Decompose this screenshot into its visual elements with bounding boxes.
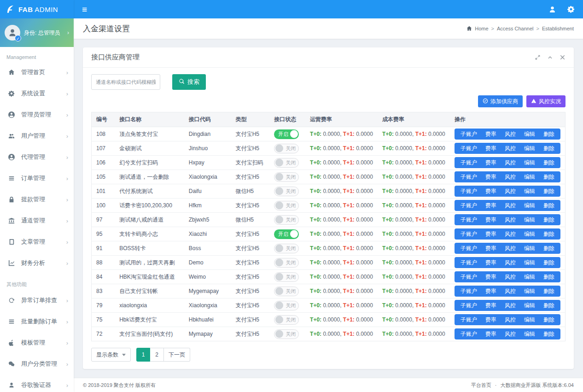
status-toggle[interactable]: 关闭 — [274, 315, 299, 325]
status-toggle[interactable]: 关闭 — [274, 301, 299, 310]
user-panel[interactable]: ✓ 身份: 总管理员 › — [0, 18, 74, 47]
search-button[interactable]: 搜索 — [172, 74, 206, 90]
action-rate-button[interactable]: 费率 — [481, 228, 501, 240]
status-toggle[interactable]: 关闭 — [274, 172, 299, 182]
page-button-1[interactable]: 1 — [136, 348, 150, 362]
action-edit-button[interactable]: 编辑 — [520, 214, 539, 225]
action-edit-button[interactable]: 编辑 — [520, 143, 539, 154]
status-toggle[interactable]: 关闭 — [274, 258, 299, 268]
status-toggle[interactable]: 关闭 — [274, 201, 299, 211]
collapse-icon[interactable] — [547, 54, 553, 60]
action-edit-button[interactable]: 编辑 — [520, 243, 539, 254]
breadcrumb-section[interactable]: Access Channel — [497, 26, 534, 31]
action-rate-button[interactable]: 费率 — [481, 200, 501, 211]
risk-live-button[interactable]: 风控实况 — [526, 95, 566, 107]
action-delete-button[interactable]: 删除 — [539, 157, 559, 168]
expand-icon[interactable] — [535, 54, 541, 60]
action-subaccount-button[interactable]: 子账户 — [456, 271, 481, 282]
sidebar-item-finance-analysis[interactable]: 财务分析› — [0, 252, 74, 274]
sidebar-item-system-settings[interactable]: 系统设置› — [0, 83, 74, 104]
action-risk-button[interactable]: 风控 — [501, 143, 520, 154]
add-supplier-button[interactable]: 添加供应商 — [478, 95, 523, 107]
action-delete-button[interactable]: 删除 — [539, 300, 559, 311]
status-toggle[interactable]: 关闭 — [274, 244, 299, 253]
action-subaccount-button[interactable]: 子账户 — [456, 314, 481, 325]
action-subaccount-button[interactable]: 子账户 — [456, 143, 481, 154]
action-subaccount-button[interactable]: 子账户 — [456, 157, 481, 168]
action-delete-button[interactable]: 删除 — [539, 286, 559, 297]
sidebar-item-agent-management[interactable]: 代理管理› — [0, 146, 74, 168]
action-edit-button[interactable]: 编辑 — [520, 129, 539, 140]
action-subaccount-button[interactable]: 子账户 — [456, 243, 481, 254]
menu-toggle-icon[interactable]: ≡ — [82, 5, 87, 14]
sidebar-item-user-management[interactable]: 用户管理› — [0, 125, 74, 146]
status-toggle[interactable]: 关闭 — [274, 215, 299, 225]
action-risk-button[interactable]: 风控 — [501, 328, 520, 339]
sidebar-item-withdraw-management[interactable]: 提款管理› — [0, 189, 74, 210]
action-rate-button[interactable]: 费率 — [481, 143, 501, 154]
action-subaccount-button[interactable]: 子账户 — [456, 186, 481, 197]
action-edit-button[interactable]: 编辑 — [520, 314, 539, 325]
action-delete-button[interactable]: 删除 — [539, 171, 559, 182]
action-edit-button[interactable]: 编辑 — [520, 171, 539, 182]
page-button-2[interactable]: 2 — [150, 348, 164, 362]
action-rate-button[interactable]: 费率 — [481, 286, 501, 297]
action-subaccount-button[interactable]: 子账户 — [456, 200, 481, 211]
action-delete-button[interactable]: 删除 — [539, 129, 559, 140]
action-edit-button[interactable]: 编辑 — [520, 300, 539, 311]
sidebar-item-admin-home[interactable]: 管理首页› — [0, 62, 74, 83]
action-rate-button[interactable]: 费率 — [481, 214, 501, 225]
status-toggle[interactable]: 关闭 — [274, 329, 299, 339]
action-risk-button[interactable]: 风控 — [501, 286, 520, 297]
page-size-select[interactable]: 显示条数 — [91, 348, 131, 362]
action-rate-button[interactable]: 费率 — [481, 129, 501, 140]
action-rate-button[interactable]: 费率 — [481, 314, 501, 325]
sidebar-item-template-management[interactable]: 模板管理› — [0, 332, 74, 353]
action-rate-button[interactable]: 费率 — [481, 243, 501, 254]
status-toggle[interactable]: 关闭 — [274, 287, 299, 296]
action-subaccount-button[interactable]: 子账户 — [456, 286, 481, 297]
action-rate-button[interactable]: 费率 — [481, 257, 501, 268]
sidebar-item-order-management[interactable]: 订单管理› — [0, 168, 74, 189]
action-risk-button[interactable]: 风控 — [501, 171, 520, 182]
search-input[interactable] — [91, 74, 160, 90]
action-rate-button[interactable]: 费率 — [481, 328, 501, 339]
action-edit-button[interactable]: 编辑 — [520, 328, 539, 339]
action-risk-button[interactable]: 风控 — [501, 186, 520, 197]
action-risk-button[interactable]: 风控 — [501, 129, 520, 140]
action-subaccount-button[interactable]: 子账户 — [456, 257, 481, 268]
brand-logo[interactable]: FAB ADMIN — [0, 0, 74, 18]
action-delete-button[interactable]: 删除 — [539, 200, 559, 211]
sidebar-item-article-management[interactable]: 文章管理› — [0, 231, 74, 252]
user-icon[interactable] — [548, 6, 556, 13]
status-toggle[interactable]: 关闭 — [274, 144, 299, 153]
action-subaccount-button[interactable]: 子账户 — [456, 328, 481, 339]
action-risk-button[interactable]: 风控 — [501, 300, 520, 311]
sidebar-item-abnormal-order-check[interactable]: 异常订单排查› — [0, 290, 74, 311]
action-risk-button[interactable]: 风控 — [501, 214, 520, 225]
sidebar-item-user-category-management[interactable]: 用户分类管理› — [0, 353, 74, 374]
next-page-button[interactable]: 下一页 — [164, 348, 190, 362]
action-edit-button[interactable]: 编辑 — [520, 157, 539, 168]
action-risk-button[interactable]: 风控 — [501, 228, 520, 240]
status-toggle[interactable]: 关闭 — [274, 158, 299, 168]
status-toggle[interactable]: 关闭 — [274, 272, 299, 282]
close-icon[interactable] — [560, 54, 566, 60]
action-subaccount-button[interactable]: 子账户 — [456, 129, 481, 140]
action-delete-button[interactable]: 删除 — [539, 328, 559, 339]
action-delete-button[interactable]: 删除 — [539, 228, 559, 240]
action-edit-button[interactable]: 编辑 — [520, 186, 539, 197]
action-delete-button[interactable]: 删除 — [539, 257, 559, 268]
action-edit-button[interactable]: 编辑 — [520, 228, 539, 240]
breadcrumb-home[interactable]: Home — [475, 26, 488, 31]
action-edit-button[interactable]: 编辑 — [520, 271, 539, 282]
action-edit-button[interactable]: 编辑 — [520, 200, 539, 211]
action-delete-button[interactable]: 删除 — [539, 186, 559, 197]
action-subaccount-button[interactable]: 子账户 — [456, 228, 481, 240]
action-risk-button[interactable]: 风控 — [501, 314, 520, 325]
sidebar-item-admin-management[interactable]: 管理员管理› — [0, 104, 74, 125]
action-delete-button[interactable]: 删除 — [539, 243, 559, 254]
action-rate-button[interactable]: 费率 — [481, 271, 501, 282]
sidebar-item-batch-delete-orders[interactable]: 批量删除订单› — [0, 311, 74, 332]
action-delete-button[interactable]: 删除 — [539, 214, 559, 225]
